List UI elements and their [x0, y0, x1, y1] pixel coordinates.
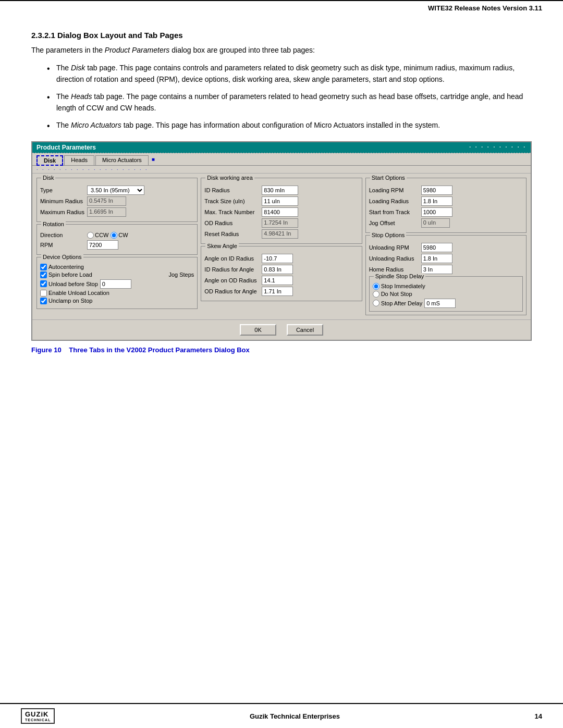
jog-input[interactable] [100, 279, 131, 289]
list-item: The Heads tab page. The page contains a … [47, 91, 532, 114]
track-size-row: Track Size (uIn) [204, 196, 358, 206]
type-label: Type [40, 187, 87, 193]
cw-radio[interactable] [111, 232, 117, 239]
stop-after-delay-radio[interactable] [373, 300, 380, 306]
ccw-radio[interactable] [87, 232, 94, 239]
start-options-group: Start Options Loading RPM Loading Radius… [365, 178, 527, 233]
spin-before-load-label[interactable]: Spin before Load [40, 272, 92, 278]
autocentering-row: Autocentering [40, 264, 194, 270]
home-radius-label: Home Radius [369, 266, 421, 273]
od-radius-value: 1.7254 In [262, 218, 298, 228]
disk-working-area-group: Disk working area ID Radius Track Size (… [201, 178, 362, 244]
stop-options-group: Stop Options Unloading RPM Unloading Rad… [365, 235, 527, 315]
skew-angle-group: Skew Angle Angle on ID Radius ID Radius … [201, 246, 362, 301]
dialog-body: Disk Type 3.50 In (95mm) Minimum Radius … [32, 174, 531, 319]
loading-rpm-input[interactable] [421, 186, 452, 195]
figure-caption: Figure 10 Three Tabs in the V2002 Produc… [31, 346, 532, 354]
figure-caption-text: Three Tabs in the V2002 Product Paramete… [69, 346, 250, 354]
od-radius-row: OD Radius 1.7254 In [204, 218, 358, 228]
rotation-group-title: Rotation [41, 221, 66, 227]
do-not-stop-radio[interactable] [373, 291, 380, 298]
id-radius-angle-label: ID Radius for Angle [204, 266, 262, 273]
jog-steps-label: Jog Steps [168, 272, 194, 278]
max-track-input[interactable] [262, 207, 298, 217]
tab-disk[interactable]: Disk [36, 155, 63, 166]
angle-id-row: Angle on ID Radius [204, 254, 358, 263]
unclamp-on-stop-checkbox[interactable] [40, 298, 47, 304]
stop-immediately-radio[interactable] [373, 283, 380, 290]
id-radius-input[interactable] [262, 186, 298, 195]
loading-radius-row: Loading Radius [369, 196, 523, 206]
list-item: The Disk tab page. This page contains co… [47, 62, 532, 85]
stop-after-delay-input[interactable] [424, 299, 456, 308]
loading-radius-input[interactable] [421, 196, 452, 206]
track-size-label: Track Size (uIn) [204, 198, 262, 204]
tab-heads[interactable]: Heads [64, 155, 94, 165]
start-track-input[interactable] [421, 207, 452, 217]
unloading-rpm-label: Unloading RPM [369, 244, 421, 251]
footer-page: 14 [535, 712, 542, 720]
cw-radio-label[interactable]: CW [111, 232, 128, 239]
right-column: Start Options Loading RPM Loading Radius… [365, 178, 527, 315]
unload-before-stop-label[interactable]: Unload before Stop [40, 280, 98, 287]
footer-company: Guzik Technical Enterprises [250, 712, 340, 720]
max-track-label: Max. Track Number [204, 209, 262, 215]
rpm-input[interactable] [87, 240, 118, 250]
id-radius-angle-input[interactable] [262, 265, 293, 274]
dialog-title: Product Parameters [36, 144, 96, 151]
tab-micro-actuators[interactable]: Micro Actuators [95, 155, 149, 165]
id-radius-row: ID Radius [204, 186, 358, 195]
od-radius-angle-input[interactable] [262, 287, 293, 296]
start-track-row: Start from Track [369, 207, 523, 217]
home-radius-input[interactable] [421, 265, 452, 274]
unloading-radius-row: Unloading Radius [369, 254, 523, 263]
unloading-rpm-input[interactable] [421, 243, 452, 252]
reset-radius-label: Reset Radius [204, 231, 262, 237]
header-title: WITE32 Release Notes Version 3.11 [428, 4, 542, 12]
ccw-radio-label[interactable]: CCW [87, 232, 108, 239]
min-radius-value: 0.5475 In [87, 196, 126, 206]
start-track-label: Start from Track [369, 209, 421, 215]
od-radius-label: OD Radius [204, 220, 262, 226]
cancel-button[interactable]: Cancel [287, 324, 323, 336]
unloading-radius-input[interactable] [421, 254, 452, 263]
disk-group: Disk Type 3.50 In (95mm) Minimum Radius … [36, 178, 198, 222]
unclamp-on-stop-row: Unclamp on Stop [40, 298, 194, 304]
tab-dots: ■ [150, 155, 157, 165]
footer-logo: GUZiK TECHNICAL [21, 708, 55, 724]
bullet-list: The Disk tab page. This page contains co… [47, 62, 532, 131]
jog-offset-row: Jog Offset 0 uIn [369, 218, 523, 228]
rpm-label: RPM [40, 242, 87, 248]
max-track-row: Max. Track Number [204, 207, 358, 217]
angle-od-label: Angle on OD Radius [204, 277, 262, 283]
jog-offset-label: Jog Offset [369, 220, 421, 226]
spindle-stop-group: Spindle Stop Delay Stop Immediately Do N… [369, 276, 523, 312]
page-footer: GUZiK TECHNICAL Guzik Technical Enterpri… [0, 703, 563, 728]
unload-before-stop-checkbox[interactable] [40, 280, 47, 287]
angle-id-input[interactable] [262, 254, 293, 263]
autocentering-checkbox[interactable] [40, 264, 47, 270]
dialog-titlebar: Product Parameters · · · · · · · · · · [32, 142, 531, 153]
ok-button[interactable]: 0K [240, 324, 276, 336]
min-radius-row: Minimum Radius 0.5475 In [40, 196, 194, 206]
unloading-radius-label: Unloading Radius [369, 255, 421, 262]
logo-text: GUZiK [25, 710, 51, 718]
left-column: Disk Type 3.50 In (95mm) Minimum Radius … [36, 178, 198, 315]
type-select[interactable]: 3.50 In (95mm) [87, 186, 144, 195]
stop-immediately-row: Stop Immediately [373, 283, 519, 290]
page-header: WITE32 Release Notes Version 3.11 [0, 0, 563, 15]
stop-after-delay-row: Stop After Delay [373, 299, 519, 308]
spin-before-load-checkbox[interactable] [40, 272, 47, 278]
angle-od-input[interactable] [262, 276, 293, 285]
direction-label: Direction [40, 232, 87, 238]
reset-radius-row: Reset Radius 4.98421 In [204, 229, 358, 239]
enable-unload-checkbox[interactable] [40, 290, 47, 297]
reset-radius-value: 4.98421 In [262, 229, 298, 239]
title-dots: · · · · · · · · · · [469, 144, 527, 150]
unloading-rpm-row: Unloading RPM [369, 243, 523, 252]
track-size-input[interactable] [262, 196, 298, 206]
dialog-box: Product Parameters · · · · · · · · · · D… [31, 141, 532, 341]
page-content: 2.3.2.1 Dialog Box Layout and Tab Pages … [0, 20, 563, 396]
angle-od-row: Angle on OD Radius [204, 276, 358, 285]
loading-rpm-label: Loading RPM [369, 187, 421, 193]
